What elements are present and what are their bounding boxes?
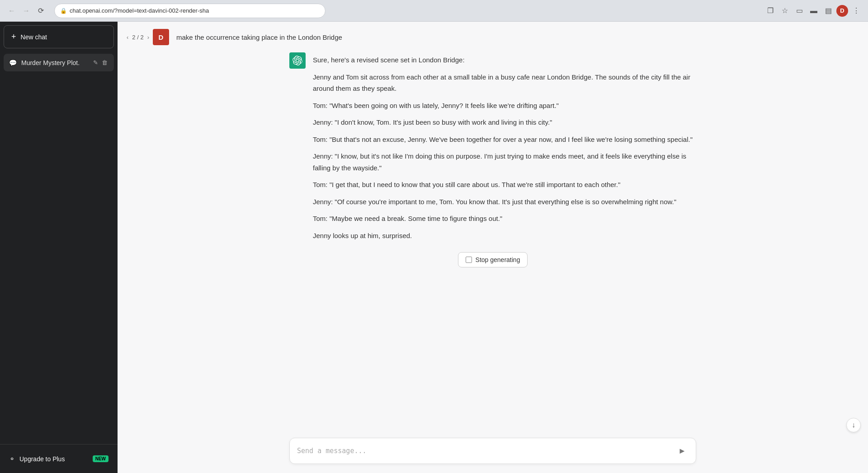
- assistant-para-8: Jenny looks up at him, surprised.: [313, 230, 696, 242]
- plus-icon: +: [11, 32, 16, 42]
- message-input[interactable]: [297, 447, 676, 455]
- profile-avatar[interactable]: D: [836, 5, 848, 17]
- openai-logo-icon: [292, 56, 302, 66]
- message-nav: ‹ 2 / 2 › D make the occurrence taking p…: [118, 22, 868, 52]
- assistant-message-content: Sure, here's a revised scene set in Lond…: [313, 52, 696, 241]
- new-chat-label: New chat: [21, 33, 47, 41]
- browser-chrome: ← → ⟳ 🔒 chat.openai.com/?model=text-davi…: [0, 0, 868, 22]
- assistant-para-3: Tom: "But that's not an excuse, Jenny. W…: [313, 134, 696, 145]
- upgrade-label: Upgrade to Plus: [19, 455, 65, 463]
- chat-area[interactable]: Sure, here's a revised scene set in Lond…: [118, 52, 868, 432]
- nav-buttons: ← → ⟳: [5, 5, 47, 17]
- assistant-para-4: Jenny: "I know, but it's not like I'm do…: [313, 150, 696, 173]
- reload-button[interactable]: ⟳: [34, 5, 47, 17]
- app-layout: + New chat 💬 Murder Mystery Plot. ✎ 🗑 ⚬ …: [0, 22, 868, 473]
- stop-generating-area: Stop generating: [127, 252, 859, 275]
- delete-chat-button[interactable]: 🗑: [101, 58, 108, 67]
- extensions-button[interactable]: ▭: [793, 5, 806, 17]
- chat-history: 💬 Murder Mystery Plot. ✎ 🗑: [0, 52, 118, 444]
- chat-icon: 💬: [9, 59, 17, 66]
- menu-button[interactable]: ⋮: [850, 5, 863, 17]
- url-text: chat.openai.com/?model=text-davinci-002-…: [70, 7, 209, 14]
- send-button[interactable]: ►: [676, 445, 689, 457]
- assistant-para-6: Jenny: "Of course you're important to me…: [313, 196, 696, 208]
- stop-generating-label: Stop generating: [476, 256, 520, 263]
- main-content: ‹ 2 / 2 › D make the occurrence taking p…: [118, 22, 868, 473]
- browser-actions: ❐ ☆ ▭ ▬ ▤ D ⋮: [764, 5, 863, 17]
- chat-item-label: Murder Mystery Plot.: [21, 59, 88, 66]
- new-badge: NEW: [93, 455, 108, 462]
- input-area: ►: [118, 432, 868, 473]
- bookmark-button[interactable]: ☆: [778, 5, 791, 17]
- prev-message-button[interactable]: ‹: [127, 34, 128, 41]
- chevron-down-icon: ↓: [852, 421, 855, 429]
- sidebar: + New chat 💬 Murder Mystery Plot. ✎ 🗑 ⚬ …: [0, 22, 118, 473]
- assistant-intro: Sure, here's a revised scene set in Lond…: [313, 54, 696, 66]
- lock-icon: 🔒: [60, 8, 67, 14]
- send-icon: ►: [678, 446, 686, 456]
- back-button[interactable]: ←: [5, 5, 18, 17]
- address-bar[interactable]: 🔒 chat.openai.com/?model=text-davinci-00…: [54, 4, 326, 18]
- scroll-to-bottom-button[interactable]: ↓: [846, 418, 861, 432]
- chat-item-actions: ✎ 🗑: [92, 58, 108, 67]
- sidebar-button[interactable]: ▤: [822, 5, 835, 17]
- sidebar-bottom: ⚬ Upgrade to Plus NEW: [0, 444, 118, 473]
- chat-history-item[interactable]: 💬 Murder Mystery Plot. ✎ 🗑: [4, 54, 114, 71]
- user-message-text: make the occurrence taking place in the …: [176, 33, 342, 41]
- puzzle-button[interactable]: ▬: [807, 5, 820, 17]
- assistant-message-row: Sure, here's a revised scene set in Lond…: [289, 52, 696, 241]
- assistant-para-7: Tom: "Maybe we need a break. Some time t…: [313, 213, 696, 225]
- assistant-para-5: Tom: "I get that, but I need to know tha…: [313, 179, 696, 191]
- message-counter: 2 / 2: [132, 34, 143, 41]
- input-container: ►: [289, 438, 696, 464]
- forward-button[interactable]: →: [20, 5, 33, 17]
- stop-checkbox-icon: [466, 257, 472, 263]
- upgrade-button[interactable]: ⚬ Upgrade to Plus NEW: [4, 450, 114, 468]
- user-message-avatar: D: [153, 29, 169, 45]
- share-button[interactable]: ❐: [764, 5, 777, 17]
- assistant-para-1: Tom: "What's been going on with us latel…: [313, 100, 696, 112]
- next-message-button[interactable]: ›: [147, 34, 149, 41]
- new-chat-button[interactable]: + New chat: [4, 25, 114, 48]
- user-icon: ⚬: [9, 454, 15, 463]
- edit-chat-button[interactable]: ✎: [92, 58, 99, 67]
- assistant-para-2: Jenny: "I don't know, Tom. It's just bee…: [313, 117, 696, 128]
- assistant-para-0: Jenny and Tom sit across from each other…: [313, 71, 696, 94]
- assistant-avatar: [289, 52, 306, 69]
- stop-generating-button[interactable]: Stop generating: [458, 252, 528, 267]
